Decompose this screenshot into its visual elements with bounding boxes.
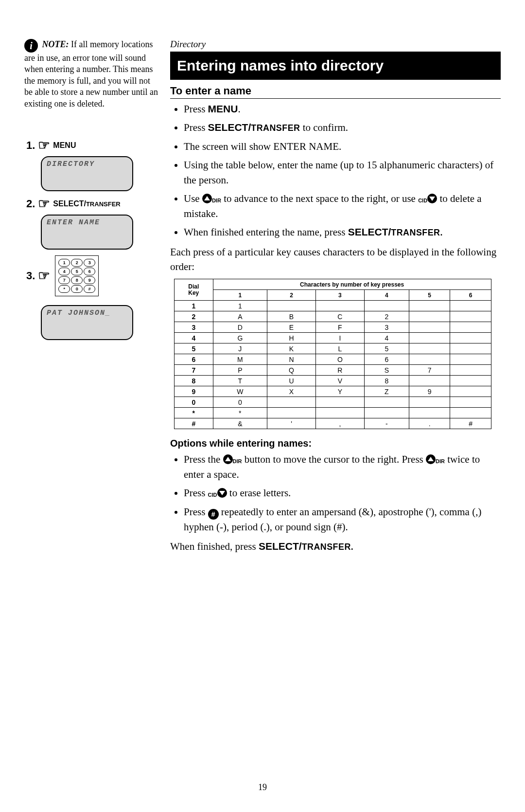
select-transfer-ref: SELECT/TRANSFER.: [348, 226, 443, 237]
table-cell: [450, 301, 491, 311]
step-2-label-a: SELECT/: [53, 199, 86, 208]
table-cell: [409, 354, 450, 365]
keypad-key: 1: [58, 259, 70, 267]
table-header: Characters by number of key presses: [213, 279, 491, 290]
keypad-key: 3: [84, 259, 95, 267]
keypad-key: 4: [58, 268, 70, 275]
note-text: If all memory locations are in use, an e…: [24, 39, 158, 108]
table-row: **: [175, 408, 491, 418]
step-3: 3. ☞ 123456789*0#: [26, 255, 160, 296]
info-icon: i: [24, 39, 38, 53]
table-cell: [267, 301, 316, 311]
table-cell: 6: [175, 354, 213, 365]
table-header: 5: [409, 290, 450, 301]
table-cell: R: [315, 365, 364, 376]
table-cell: P: [213, 365, 267, 376]
subheading-options: Options while entering names:: [170, 438, 501, 449]
table-cell: ': [267, 418, 316, 429]
table-cell: [450, 408, 491, 418]
table-cell: [409, 322, 450, 333]
keypad-key: 5: [71, 268, 83, 275]
select-transfer-ref: SELECT/TRANSFER.: [259, 541, 353, 552]
table-cell: [409, 376, 450, 386]
table-cell: [364, 301, 409, 311]
table-cell: [450, 311, 491, 322]
table-cell: [315, 397, 364, 408]
table-header: 1: [213, 290, 267, 301]
list-item: Press the DIR button to move the cursor …: [184, 452, 501, 482]
list-item: Press SELECT/TRANSFER to confirm.: [184, 120, 501, 135]
table-cell: 0: [213, 397, 267, 408]
up-arrow-icon: [202, 194, 212, 203]
table-cell: B: [267, 311, 316, 322]
table-cell: 9: [409, 386, 450, 397]
keypad-illustration: 123456789*0#: [55, 255, 99, 296]
paragraph: Each press of a particular key causes ch…: [170, 245, 501, 274]
step-1: 1. ☞ MENU: [26, 139, 160, 152]
table-cell: O: [315, 354, 364, 365]
dir-label: DIR: [212, 198, 221, 203]
table-cell: X: [267, 386, 316, 397]
table-cell: J: [213, 343, 267, 354]
table-cell: A: [213, 311, 267, 322]
down-arrow-icon: [217, 488, 227, 498]
table-cell: *: [175, 408, 213, 418]
keypad-key: *: [58, 285, 70, 293]
list-item: Press # repeatedly to enter an ampersand…: [184, 505, 501, 534]
dir-label: DIR: [436, 458, 445, 464]
table-cell: [267, 397, 316, 408]
table-cell: 5: [364, 343, 409, 354]
list-item: Using the table below, enter the name (u…: [184, 158, 501, 187]
table-header: 3: [315, 290, 364, 301]
step-2: 2. ☞ SELECT/TRANSFER: [26, 197, 160, 211]
table-header: 2: [267, 290, 316, 301]
table-row: 8TUV8: [175, 376, 491, 386]
table-cell: [450, 343, 491, 354]
table-cell: .: [409, 418, 450, 429]
table-cell: 2: [364, 311, 409, 322]
step-2-label: SELECT/TRANSFER: [53, 199, 120, 208]
table-cell: ,: [315, 418, 364, 429]
page-title: Entering names into directory: [170, 52, 501, 80]
table-cell: M: [213, 354, 267, 365]
table-cell: C: [315, 311, 364, 322]
table-cell: K: [267, 343, 316, 354]
table-cell: T: [213, 376, 267, 386]
table-cell: E: [267, 322, 316, 333]
table-cell: N: [267, 354, 316, 365]
cid-label: CID: [418, 198, 427, 203]
down-arrow-icon: [427, 194, 437, 203]
closing-paragraph: When finished, press SELECT/TRANSFER.: [170, 539, 501, 554]
table-row: 11: [175, 301, 491, 311]
table-cell: 6: [364, 354, 409, 365]
table-cell: 7: [175, 365, 213, 376]
table-cell: &: [213, 418, 267, 429]
table-cell: U: [267, 376, 316, 386]
keypad-key: 7: [58, 276, 70, 284]
list-item: Use DIR to advance to the next space to …: [184, 191, 501, 221]
table-cell: [409, 397, 450, 408]
table-cell: [409, 301, 450, 311]
table-row: 3DEF3: [175, 322, 491, 333]
lcd-screen-2: ENTER NAME: [41, 215, 133, 250]
dir-label: DIR: [233, 458, 242, 464]
note-block: i NOTE: If all memory locations are in u…: [24, 39, 160, 109]
list-item: Press MENU.: [184, 102, 501, 116]
table-cell: 8: [364, 376, 409, 386]
table-cell: [409, 343, 450, 354]
table-row: 4GHI4: [175, 333, 491, 343]
table-cell: -: [364, 418, 409, 429]
table-row: 2ABC2: [175, 311, 491, 322]
table-cell: 7: [409, 365, 450, 376]
keypad-key: 8: [71, 276, 83, 284]
step-3-num: 3.: [26, 270, 35, 282]
step-2-label-b: TRANSFER: [86, 200, 121, 208]
table-header: 4: [364, 290, 409, 301]
hash-key-icon: #: [208, 509, 219, 520]
keypad-key: 6: [84, 268, 95, 275]
table-cell: 5: [175, 343, 213, 354]
table-cell: [450, 397, 491, 408]
table-cell: 4: [364, 333, 409, 343]
character-table: DialKeyCharacters by number of key press…: [174, 279, 491, 429]
table-cell: [267, 408, 316, 418]
